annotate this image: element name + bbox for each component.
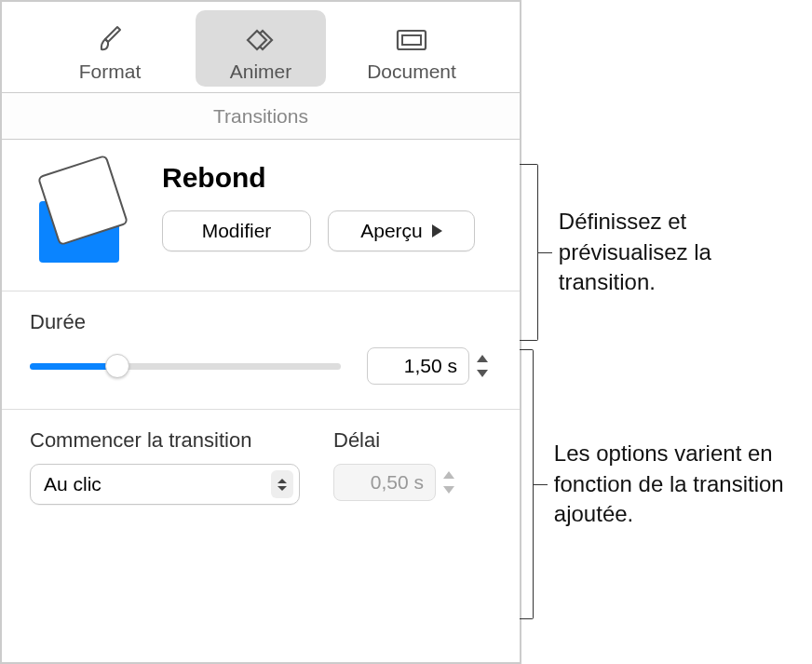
transition-thumbnail	[30, 162, 140, 264]
start-transition-select[interactable]: Au clic	[30, 464, 300, 505]
duration-label: Durée	[30, 310, 492, 334]
callout-bottom: Les options varient en fonction de la tr…	[520, 349, 812, 619]
start-transition-label: Commencer la transition	[30, 428, 300, 453]
preview-button[interactable]: Aperçu	[328, 210, 475, 251]
tabs-bar: Format Animer Document	[2, 2, 520, 93]
document-icon	[395, 21, 428, 59]
play-icon	[432, 224, 442, 237]
inspector-panel: Format Animer Document	[0, 0, 521, 664]
slider-thumb[interactable]	[105, 354, 129, 378]
delay-step-down[interactable]	[440, 483, 458, 497]
subheader-transitions: Transitions	[2, 93, 520, 140]
modify-button[interactable]: Modifier	[162, 210, 311, 251]
chevron-updown-icon	[271, 470, 293, 498]
duration-slider[interactable]	[30, 355, 341, 377]
duration-step-down[interactable]	[473, 367, 492, 381]
tab-animate[interactable]: Animer	[196, 10, 326, 87]
delay-label: Délai	[333, 428, 458, 453]
tab-format[interactable]: Format	[45, 10, 175, 87]
delay-step-up[interactable]	[440, 468, 458, 482]
brush-icon	[95, 21, 125, 59]
duration-stepper	[367, 347, 492, 385]
tab-label: Animer	[230, 61, 292, 83]
tab-label: Format	[79, 61, 142, 83]
delay-input[interactable]	[333, 464, 436, 501]
duration-input[interactable]	[367, 347, 469, 385]
delay-stepper	[333, 464, 458, 501]
svg-rect-1	[402, 35, 421, 45]
tab-document[interactable]: Document	[346, 10, 477, 87]
callout-top: Définissez et prévisualisez la transitio…	[520, 164, 812, 341]
transition-name: Rebond	[162, 162, 492, 194]
duration-step-up[interactable]	[473, 352, 492, 366]
callouts-area: Définissez et prévisualisez la transitio…	[521, 0, 812, 664]
tab-label: Document	[367, 61, 456, 83]
diamond-icon	[240, 21, 281, 59]
